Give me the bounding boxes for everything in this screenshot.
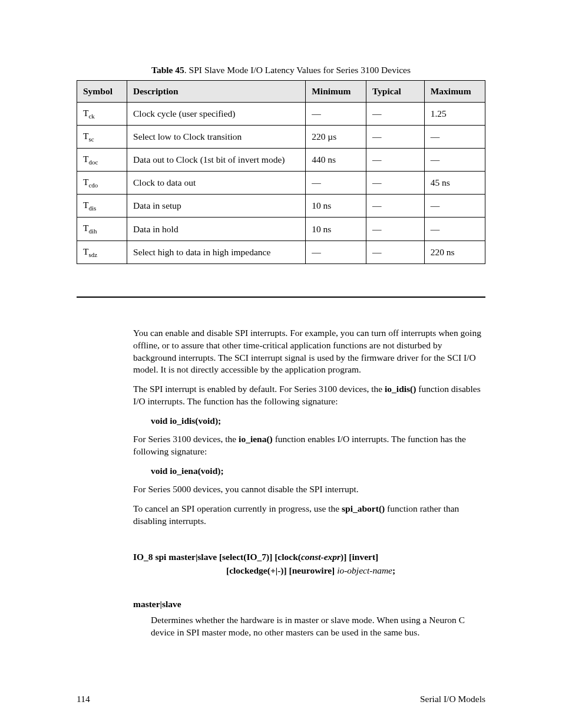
table-head: Symbol Description Minimum Typical Maxim… bbox=[77, 81, 485, 103]
th-maximum: Maximum bbox=[424, 81, 485, 103]
cell-min: 10 ns bbox=[306, 218, 366, 241]
table-caption: Table 45. SPI Slave Mode I/O Latency Val… bbox=[77, 65, 485, 75]
cell-max: — bbox=[424, 149, 485, 172]
cell-symbol: Tsc bbox=[77, 126, 127, 149]
latency-table: Symbol Description Minimum Typical Maxim… bbox=[77, 80, 485, 264]
paragraph: For Series 5000 devices, you cannot disa… bbox=[133, 483, 485, 496]
cell-typ: — bbox=[366, 103, 424, 126]
cell-max: — bbox=[424, 218, 485, 241]
page-footer: 114 Serial I/O Models bbox=[77, 694, 485, 704]
cell-desc: Data out to Clock (1st bit of invert mod… bbox=[127, 149, 306, 172]
term-master-slave: master|slave bbox=[133, 598, 485, 611]
caption-label: Table 45 bbox=[151, 65, 184, 75]
cell-desc: Data in setup bbox=[127, 195, 306, 218]
fn-io-iena: io_iena() bbox=[239, 434, 273, 444]
cell-min: 220 µs bbox=[306, 126, 366, 149]
table-row: Tsdz Select high to data in high impedan… bbox=[77, 241, 485, 263]
cell-symbol: Tcdo bbox=[77, 172, 127, 195]
cell-desc: Select high to data in high impedance bbox=[127, 241, 306, 263]
paragraph: For Series 3100 devices, the io_iena() f… bbox=[133, 433, 485, 458]
cell-typ: — bbox=[366, 218, 424, 241]
cell-typ: — bbox=[366, 126, 424, 149]
cell-typ: — bbox=[366, 195, 424, 218]
cell-desc: Clock cycle (user specified) bbox=[127, 103, 306, 126]
table-row: Tck Clock cycle (user specified) — — 1.2… bbox=[77, 103, 485, 126]
cell-max: 220 ns bbox=[424, 241, 485, 263]
section-rule bbox=[77, 297, 485, 298]
table-body: Tck Clock cycle (user specified) — — 1.2… bbox=[77, 103, 485, 264]
body-text: You can enable and disable SPI interrupt… bbox=[133, 327, 485, 639]
cell-max: — bbox=[424, 195, 485, 218]
cell-symbol: Tck bbox=[77, 103, 127, 126]
th-symbol: Symbol bbox=[77, 81, 127, 103]
cell-typ: — bbox=[366, 149, 424, 172]
table-row: Tdoc Data out to Clock (1st bit of inver… bbox=[77, 149, 485, 172]
fn-spi-abort: spi_abort() bbox=[342, 503, 385, 513]
cell-symbol: Tdih bbox=[77, 218, 127, 241]
fn-io-idis: io_idis() bbox=[385, 384, 416, 394]
table-header-row: Symbol Description Minimum Typical Maxim… bbox=[77, 81, 485, 103]
cell-max: 45 ns bbox=[424, 172, 485, 195]
table-row: Tcdo Clock to data out — — 45 ns bbox=[77, 172, 485, 195]
th-minimum: Minimum bbox=[306, 81, 366, 103]
syntax-block: IO_8 spi master|slave [select(IO_7)] [cl… bbox=[133, 550, 485, 578]
cell-min: — bbox=[306, 103, 366, 126]
cell-typ: — bbox=[366, 241, 424, 263]
cell-symbol: Tdoc bbox=[77, 149, 127, 172]
table-row: Tdih Data in hold 10 ns — — bbox=[77, 218, 485, 241]
paragraph: To cancel an SPI operation currently in … bbox=[133, 503, 485, 528]
cell-min: 440 ns bbox=[306, 149, 366, 172]
cell-min: 10 ns bbox=[306, 195, 366, 218]
th-description: Description bbox=[127, 81, 306, 103]
paragraph: The SPI interrupt is enabled by default.… bbox=[133, 383, 485, 408]
page-number: 114 bbox=[77, 694, 90, 704]
cell-max: 1.25 bbox=[424, 103, 485, 126]
cell-max: — bbox=[424, 126, 485, 149]
cell-symbol: Tsdz bbox=[77, 241, 127, 263]
cell-symbol: Tdis bbox=[77, 195, 127, 218]
page: Table 45. SPI Slave Mode I/O Latency Val… bbox=[0, 0, 562, 728]
cell-min: — bbox=[306, 241, 366, 263]
syntax-line-1: IO_8 spi master|slave [select(IO_7)] [cl… bbox=[133, 550, 485, 564]
cell-min: — bbox=[306, 172, 366, 195]
caption-text: . SPI Slave Mode I/O Latency Values for … bbox=[184, 65, 411, 75]
section-title: Serial I/O Models bbox=[420, 694, 485, 704]
th-typical: Typical bbox=[366, 81, 424, 103]
cell-desc: Clock to data out bbox=[127, 172, 306, 195]
syntax-line-2: [clockedge(+|-)] [neurowire] io-object-n… bbox=[226, 564, 485, 577]
signature-io-iena: void io_iena(void); bbox=[151, 465, 485, 477]
cell-typ: — bbox=[366, 172, 424, 195]
table-row: Tsc Select low to Clock transition 220 µ… bbox=[77, 126, 485, 149]
signature-io-idis: void io_idis(void); bbox=[151, 415, 485, 427]
table-row: Tdis Data in setup 10 ns — — bbox=[77, 195, 485, 218]
term-description: Determines whether the hardware is in ma… bbox=[151, 614, 485, 639]
cell-desc: Select low to Clock transition bbox=[127, 126, 306, 149]
paragraph: You can enable and disable SPI interrupt… bbox=[133, 327, 485, 377]
cell-desc: Data in hold bbox=[127, 218, 306, 241]
